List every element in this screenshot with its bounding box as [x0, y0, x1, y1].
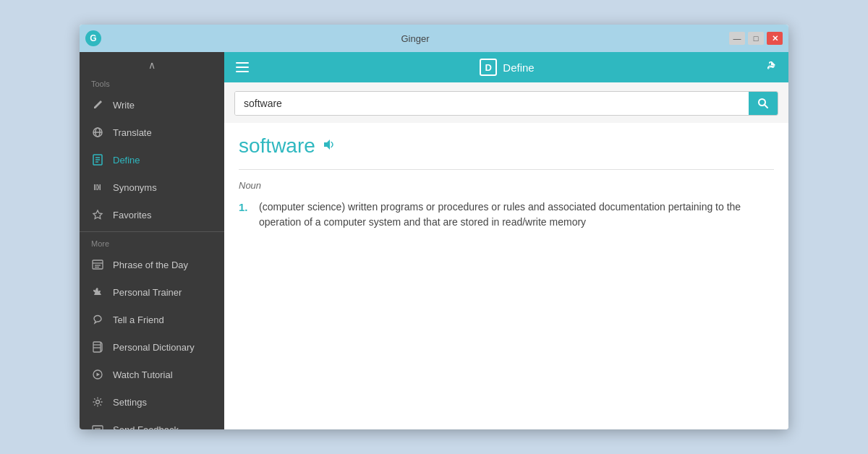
top-bar: D Define	[224, 52, 788, 82]
favorites-icon	[91, 208, 104, 221]
title-bar: G Ginger — □ ✕	[80, 25, 788, 52]
pin-button[interactable]	[762, 57, 780, 77]
window-controls: — □ ✕	[729, 32, 783, 45]
sidebar-item-write[interactable]: Write	[80, 91, 224, 119]
app-window: G Ginger — □ ✕ ∧ Tools Write	[80, 25, 788, 429]
sidebar-item-tell-a-friend[interactable]: Tell a Friend	[80, 306, 224, 333]
define-icon-box: D	[480, 59, 497, 76]
sidebar-item-send-feedback-label: Send Feedback	[113, 424, 179, 430]
personal-dictionary-icon	[91, 340, 104, 354]
sidebar-item-synonyms[interactable]: Synonyms	[80, 174, 224, 201]
svg-marker-7	[93, 210, 102, 219]
sidebar-item-personal-dictionary-label: Personal Dictionary	[113, 342, 195, 353]
sidebar-item-personal-trainer-label: Personal Trainer	[113, 287, 182, 298]
close-button[interactable]: ✕	[767, 32, 783, 45]
search-button[interactable]	[749, 92, 778, 115]
tools-section-label: Tools	[80, 75, 224, 91]
minimize-button[interactable]: —	[729, 32, 745, 45]
definition-content: software Noun 1. (computer science) writ…	[224, 123, 788, 429]
speaker-icon[interactable]	[323, 138, 336, 155]
synonyms-icon	[91, 181, 104, 194]
part-of-speech: Noun	[239, 180, 774, 191]
hamburger-line-1	[236, 62, 249, 64]
define-icon	[91, 153, 104, 166]
svg-rect-8	[93, 260, 103, 269]
sidebar-item-phrase-of-day[interactable]: Phrase of the Day	[80, 251, 224, 278]
sidebar-item-define-label: Define	[113, 155, 140, 166]
main-layout: ∧ Tools Write Translate Define	[80, 52, 788, 429]
sidebar-item-watch-tutorial[interactable]: Watch Tutorial	[80, 361, 224, 388]
svg-marker-26	[324, 140, 330, 150]
sidebar-item-synonyms-label: Synonyms	[113, 182, 157, 193]
definition-item-1: 1. (computer science) written programs o…	[239, 200, 774, 230]
svg-point-20	[96, 401, 100, 404]
hamburger-line-2	[236, 67, 249, 68]
top-bar-title: D Define	[259, 59, 755, 76]
define-title-label: Define	[503, 61, 534, 74]
sidebar-item-write-label: Write	[113, 100, 135, 111]
sidebar-item-personal-dictionary[interactable]: Personal Dictionary	[80, 333, 224, 361]
hamburger-button[interactable]	[233, 59, 252, 75]
right-panel: D Define softw	[224, 52, 788, 429]
definition-number: 1.	[239, 200, 252, 230]
svg-rect-12	[93, 342, 101, 352]
sidebar-item-settings-label: Settings	[113, 397, 147, 408]
sidebar-item-personal-trainer[interactable]: Personal Trainer	[80, 278, 224, 306]
definition-text: (computer science) written programs or p…	[259, 200, 774, 230]
more-section-label: More	[80, 235, 224, 251]
sidebar-item-favorites-label: Favorites	[113, 210, 151, 220]
watch-tutorial-icon	[91, 368, 104, 381]
sidebar-divider	[80, 231, 224, 232]
sidebar-item-phrase-of-day-label: Phrase of the Day	[113, 260, 188, 270]
word-title-area: software	[239, 134, 774, 158]
svg-marker-19	[97, 373, 101, 377]
translate-icon	[91, 126, 104, 139]
sidebar-item-define[interactable]: Define	[80, 146, 224, 174]
hamburger-line-3	[236, 71, 249, 72]
search-input[interactable]	[235, 92, 749, 115]
sidebar-collapse-arrow[interactable]: ∧	[80, 52, 224, 75]
svg-line-25	[765, 105, 768, 108]
sidebar-item-favorites[interactable]: Favorites	[80, 201, 224, 228]
title-bar-left: G	[85, 30, 101, 46]
sidebar: ∧ Tools Write Translate Define	[80, 52, 224, 429]
search-box	[234, 91, 778, 116]
tell-a-friend-icon	[91, 313, 104, 326]
sidebar-item-watch-tutorial-label: Watch Tutorial	[113, 369, 173, 380]
window-title: Ginger	[101, 33, 729, 44]
content-divider	[239, 169, 774, 170]
settings-icon	[91, 395, 104, 408]
define-icon-label: D	[485, 62, 492, 73]
sidebar-item-translate[interactable]: Translate	[80, 119, 224, 146]
sidebar-item-tell-a-friend-label: Tell a Friend	[113, 314, 164, 325]
word-heading: software	[239, 134, 315, 158]
sidebar-item-send-feedback[interactable]: Send Feedback	[80, 416, 224, 429]
search-area	[224, 82, 788, 123]
maximize-button[interactable]: □	[748, 32, 764, 45]
personal-trainer-icon	[91, 286, 104, 299]
write-icon	[91, 98, 104, 111]
send-feedback-icon	[91, 423, 104, 429]
definition-list: 1. (computer science) written programs o…	[239, 200, 774, 230]
phrase-of-day-icon	[91, 258, 104, 271]
sidebar-item-settings[interactable]: Settings	[80, 388, 224, 416]
sidebar-item-translate-label: Translate	[113, 127, 152, 138]
app-logo: G	[85, 30, 101, 46]
